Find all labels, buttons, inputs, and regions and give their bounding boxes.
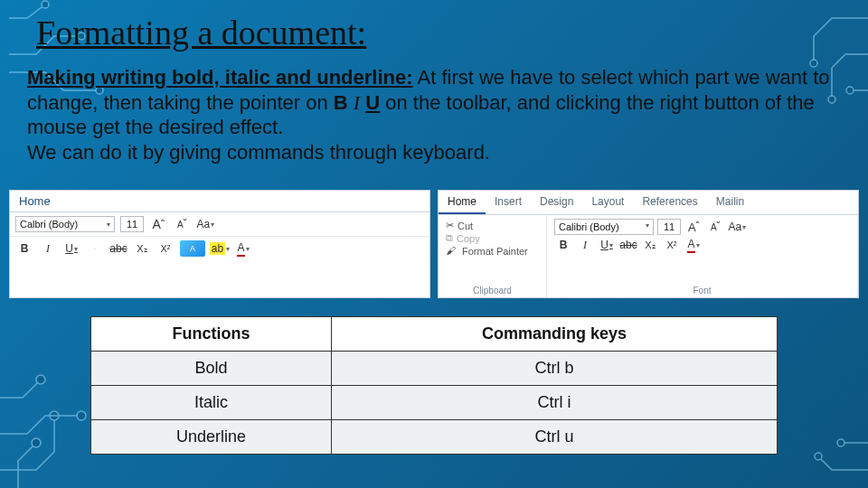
- subscript-button-b[interactable]: X₂: [641, 237, 659, 253]
- format-painter-button[interactable]: 🖌Format Painter: [446, 245, 539, 258]
- tab-insert[interactable]: Insert: [486, 191, 531, 214]
- ribbon-a-tab-home[interactable]: Home: [10, 191, 429, 212]
- font-size-value: 11: [127, 219, 137, 230]
- svg-point-2: [42, 1, 49, 8]
- cell-fn: Italic: [91, 386, 332, 420]
- increase-font-icon[interactable]: Aˆ: [684, 219, 703, 235]
- tab-references[interactable]: References: [633, 191, 706, 214]
- table-header-row: Functions Commanding keys: [91, 317, 778, 352]
- bold-button-b[interactable]: B: [554, 237, 572, 253]
- change-case-icon[interactable]: Aa▾: [196, 216, 214, 232]
- copy-button[interactable]: ⧉Copy: [446, 232, 539, 244]
- subscript-button[interactable]: X₂: [133, 240, 151, 257]
- bold-button[interactable]: B: [15, 240, 33, 257]
- header-keys: Commanding keys: [332, 317, 778, 352]
- svg-point-11: [837, 439, 844, 446]
- body-text: Making writing bold, italic and underlin…: [27, 65, 841, 164]
- ribbon-screenshots: Home Calbri (Body) ▾ 11 Aˆ Aˇ Aa▾ B I U▾…: [9, 190, 859, 298]
- header-functions: Functions: [91, 317, 332, 352]
- chevron-down-icon: ▾: [646, 221, 649, 232]
- inline-underline-u: U: [365, 91, 380, 114]
- underline-button-b[interactable]: U▾: [598, 237, 616, 253]
- clipboard-label: Clipboard: [446, 286, 539, 296]
- font-group-label: Font: [554, 286, 850, 296]
- strikethrough-button[interactable]: abc: [109, 240, 127, 257]
- decrease-font-icon[interactable]: Aˇ: [706, 219, 724, 235]
- highlight-button[interactable]: ab▾: [211, 240, 229, 257]
- font-name-value: Calbri (Body): [20, 219, 78, 230]
- scissors-icon: ✂: [446, 220, 454, 231]
- change-case-icon[interactable]: Aa▾: [728, 219, 746, 235]
- body-lead: Making writing bold, italic and underlin…: [27, 66, 413, 89]
- cell-key: Ctrl b: [332, 352, 778, 386]
- table-row: Italic Ctrl i: [91, 386, 778, 420]
- ribbon-b: Home Insert Design Layout References Mai…: [438, 190, 859, 298]
- page-title: Formatting a document:: [36, 13, 366, 52]
- chevron-down-icon: ▾: [107, 221, 110, 229]
- font-color-button-b[interactable]: A▾: [684, 237, 703, 253]
- tab-home[interactable]: Home: [439, 191, 486, 214]
- inline-italic-i: I: [354, 91, 360, 114]
- paintbrush-icon: 🖌: [446, 245, 458, 258]
- ribbon-a: Home Calbri (Body) ▾ 11 Aˆ Aˇ Aa▾ B I U▾…: [9, 190, 430, 298]
- font-color-button[interactable]: A▾: [234, 240, 252, 257]
- tab-layout[interactable]: Layout: [582, 191, 633, 214]
- increase-font-icon[interactable]: Aˆ: [149, 216, 167, 232]
- slide: Formatting a document: Making writing bo…: [0, 0, 868, 488]
- svg-point-8: [36, 375, 45, 384]
- svg-point-7: [77, 411, 86, 420]
- font-size-dropdown-b[interactable]: 11: [657, 219, 681, 235]
- italic-button[interactable]: I: [39, 240, 57, 257]
- svg-point-10: [815, 453, 822, 460]
- cell-fn: Underline: [91, 420, 332, 455]
- superscript-button[interactable]: X²: [156, 240, 175, 257]
- cell-key: Ctrl i: [332, 386, 778, 420]
- decrease-font-icon[interactable]: Aˇ: [173, 216, 191, 232]
- italic-button-b[interactable]: I: [576, 237, 594, 253]
- font-name-dropdown-b[interactable]: Calibri (Body)▾: [554, 219, 654, 235]
- text-effects-icon[interactable]: A: [180, 240, 205, 257]
- divider: ·: [86, 240, 104, 257]
- cell-fn: Bold: [91, 352, 332, 386]
- circuit-bottom-right: [769, 407, 868, 488]
- inline-bold-b: B: [334, 91, 348, 114]
- svg-point-5: [846, 87, 854, 94]
- body-line-2: We can do it by giving commands through …: [27, 141, 490, 164]
- shortcut-table: Functions Commanding keys Bold Ctrl b It…: [90, 316, 778, 455]
- strikethrough-button-b[interactable]: abc: [619, 237, 637, 253]
- superscript-button-b[interactable]: X²: [663, 237, 681, 253]
- cell-key: Ctrl u: [332, 420, 778, 455]
- copy-icon: ⧉: [446, 232, 453, 244]
- svg-point-9: [32, 438, 41, 447]
- table-row: Bold Ctrl b: [91, 352, 778, 386]
- font-name-dropdown[interactable]: Calbri (Body) ▾: [15, 216, 115, 232]
- clipboard-group: ✂Cut ⧉Copy 🖌Format Painter Clipboard: [439, 215, 547, 297]
- font-size-dropdown[interactable]: 11: [120, 216, 144, 232]
- cut-button[interactable]: ✂Cut: [446, 220, 539, 231]
- tab-mailings[interactable]: Mailin: [707, 191, 753, 214]
- underline-button[interactable]: U▾: [62, 240, 80, 257]
- font-group: Calibri (Body)▾ 11 Aˆ Aˇ Aa▾ B I U▾ abc …: [547, 215, 858, 297]
- table-row: Underline Ctrl u: [91, 420, 778, 455]
- tab-design[interactable]: Design: [531, 191, 582, 214]
- ribbon-b-tabs: Home Insert Design Layout References Mai…: [439, 191, 858, 215]
